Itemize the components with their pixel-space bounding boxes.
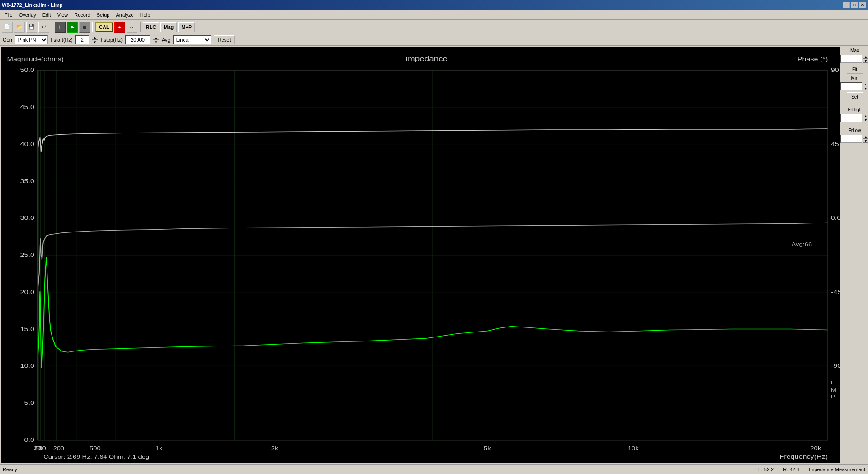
- svg-text:25.0: 25.0: [20, 252, 34, 258]
- svg-text:L: L: [831, 380, 835, 386]
- menu-setup[interactable]: Setup: [94, 11, 113, 19]
- open-button[interactable]: 📂: [14, 22, 25, 33]
- frhigh-up[interactable]: ▲: [863, 114, 868, 118]
- svg-text:2k: 2k: [271, 446, 278, 451]
- svg-text:500: 500: [90, 446, 101, 451]
- play-button[interactable]: ▶: [67, 22, 78, 33]
- frlow-down[interactable]: ▼: [863, 139, 868, 143]
- fstart-label: Fstart(Hz): [51, 37, 73, 43]
- svg-text:45.0: 45.0: [831, 141, 840, 147]
- fstart-input[interactable]: [75, 35, 89, 44]
- status-mode: Impedance Measurement: [809, 467, 865, 472]
- svg-text:10.0: 10.0: [20, 363, 34, 369]
- frlow-input[interactable]: [840, 135, 862, 143]
- svg-text:200: 200: [53, 446, 64, 451]
- new-button[interactable]: 📄: [2, 22, 13, 33]
- avg-label: Avg: [162, 37, 170, 43]
- menu-overlay[interactable]: Overlay: [16, 11, 39, 19]
- svg-text:-45.0: -45.0: [831, 289, 840, 295]
- menu-file[interactable]: File: [2, 11, 15, 19]
- fstart-up[interactable]: ▲: [92, 35, 98, 40]
- min-down[interactable]: ▼: [863, 86, 868, 90]
- min-input[interactable]: [840, 82, 862, 90]
- controls-bar: Gen Pink PN White PN Sine Fstart(Hz) ▲ ▼…: [0, 34, 868, 46]
- frlow-up[interactable]: ▲: [863, 135, 868, 139]
- svg-text:Frequency(Hz): Frequency(Hz): [779, 454, 828, 460]
- save-button[interactable]: 💾: [26, 22, 37, 33]
- fstop-up[interactable]: ▲: [153, 35, 159, 40]
- stop-button[interactable]: ⏹: [79, 22, 90, 33]
- svg-text:1k: 1k: [156, 446, 163, 451]
- status-l: L:-52.2: [758, 467, 778, 472]
- mp-button[interactable]: M+P: [178, 22, 195, 32]
- frhigh-label: FrHigh: [848, 107, 861, 112]
- svg-text:Impedance: Impedance: [406, 55, 448, 62]
- svg-text:5k: 5k: [484, 446, 491, 451]
- svg-text:35.0: 35.0: [20, 178, 34, 184]
- svg-text:P: P: [831, 394, 835, 400]
- frlow-label: FrLow: [849, 128, 861, 133]
- menu-view[interactable]: View: [55, 11, 71, 19]
- app-title: W8-1772_Links.lim - Limp: [2, 2, 62, 8]
- title-bar-buttons: ─ □ ✕: [843, 2, 866, 8]
- max-input[interactable]: [840, 55, 862, 63]
- menu-analyze[interactable]: Analyze: [113, 11, 136, 19]
- frhigh-input[interactable]: [840, 114, 862, 122]
- close-button[interactable]: ✕: [859, 2, 866, 8]
- svg-text:Cursor: 2.69 Hz, 7.64 Ohm, 7.1: Cursor: 2.69 Hz, 7.64 Ohm, 7.1 deg: [43, 454, 149, 460]
- min-up[interactable]: ▲: [863, 82, 868, 86]
- maximize-button[interactable]: □: [851, 2, 858, 8]
- right-panel: Max ▲ ▼ Fit Min ▲ ▼ Set FrHigh ▲ ▼: [841, 46, 868, 464]
- svg-text:M: M: [831, 387, 836, 393]
- wave-button[interactable]: ～: [127, 22, 137, 33]
- undo-button[interactable]: ↩: [38, 22, 49, 33]
- svg-text:Avg:66: Avg:66: [791, 241, 812, 247]
- menu-record[interactable]: Record: [71, 11, 93, 19]
- rp-divider-1: [842, 104, 867, 104]
- gen-select[interactable]: Pink PN White PN Sine: [15, 35, 48, 44]
- min-label: Min: [851, 76, 858, 81]
- fstop-down[interactable]: ▼: [153, 40, 159, 44]
- svg-text:Magnitude(ohms): Magnitude(ohms): [7, 56, 64, 62]
- svg-text:10k: 10k: [628, 446, 639, 451]
- svg-text:Phase (°): Phase (°): [797, 56, 828, 62]
- mag-button[interactable]: Mag: [160, 22, 177, 32]
- svg-text:-90.0: -90.0: [831, 363, 840, 369]
- menu-edit[interactable]: Edit: [40, 11, 54, 19]
- minimize-button[interactable]: ─: [843, 2, 850, 8]
- avg-select[interactable]: Linear Exponential: [173, 35, 211, 44]
- rp-divider-2: [842, 125, 867, 125]
- max-up[interactable]: ▲: [863, 55, 868, 59]
- rec-button[interactable]: ●: [114, 22, 125, 33]
- set-button[interactable]: Set: [847, 92, 863, 101]
- svg-text:0.0: 0.0: [24, 437, 34, 443]
- svg-text:50.0: 50.0: [20, 67, 34, 73]
- fstop-input[interactable]: [125, 35, 150, 44]
- toolbar-sep-2: [92, 22, 93, 32]
- menu-bar: File Overlay Edit View Record Setup Anal…: [0, 10, 868, 20]
- main-content: 50.0 45.0 40.0 35.0 30.0 25.0 20.0 15.0 …: [0, 46, 868, 464]
- rlc-button[interactable]: RLC: [143, 22, 160, 32]
- gen-label: Gen: [3, 37, 12, 43]
- status-r: R:-42.3: [783, 467, 804, 472]
- pause-button[interactable]: ⏸: [55, 22, 66, 33]
- frhigh-down[interactable]: ▼: [863, 118, 868, 122]
- svg-text:20k: 20k: [810, 446, 821, 451]
- fit-button[interactable]: Fit: [847, 65, 863, 74]
- toolbar-sep-3: [140, 22, 141, 32]
- svg-text:40.0: 40.0: [20, 141, 34, 147]
- fstop-label: Fstop(Hz): [101, 37, 123, 43]
- max-down[interactable]: ▼: [863, 59, 868, 63]
- svg-text:30.0: 30.0: [20, 215, 34, 221]
- svg-text:15.0: 15.0: [20, 326, 34, 332]
- svg-text:0.0: 0.0: [831, 215, 840, 221]
- chart-container[interactable]: 50.0 45.0 40.0 35.0 30.0 25.0 20.0 15.0 …: [1, 47, 840, 463]
- title-bar: W8-1772_Links.lim - Limp ─ □ ✕: [0, 0, 868, 10]
- menu-help[interactable]: Help: [137, 11, 153, 19]
- cal-button[interactable]: CAL: [95, 22, 113, 32]
- fstart-down[interactable]: ▼: [92, 40, 98, 44]
- toolbar-sep-1: [52, 22, 52, 32]
- reset-button[interactable]: Reset: [214, 35, 235, 44]
- chart-svg: 50.0 45.0 40.0 35.0 30.0 25.0 20.0 15.0 …: [1, 47, 840, 463]
- svg-text:5.0: 5.0: [24, 400, 34, 406]
